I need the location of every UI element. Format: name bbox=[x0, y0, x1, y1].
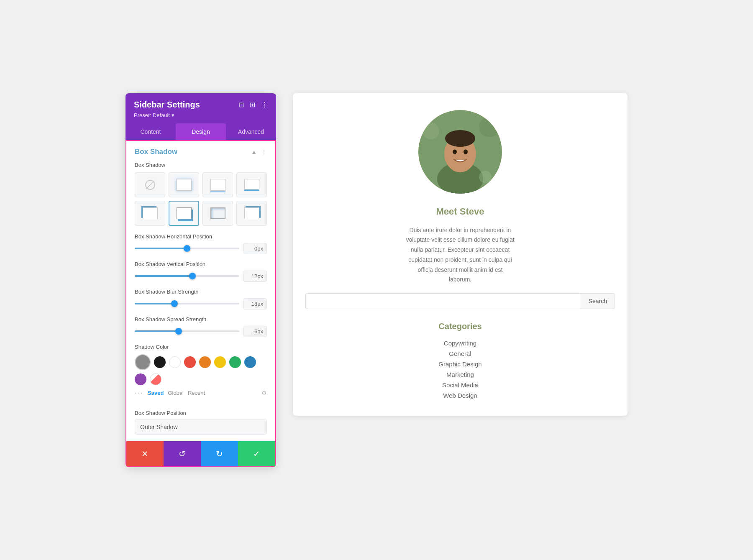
section-header-controls: ▲ ⋮ bbox=[251, 148, 267, 155]
vertical-position-track[interactable] bbox=[135, 275, 239, 277]
shadow-option-all[interactable] bbox=[169, 172, 199, 197]
color-settings-icon[interactable]: ⚙ bbox=[261, 389, 267, 396]
shadow-box-bottom bbox=[210, 179, 225, 191]
vertical-value[interactable]: 12px bbox=[243, 271, 267, 282]
tab-content[interactable]: Content bbox=[126, 123, 176, 140]
shadow-option-bottom[interactable] bbox=[202, 172, 233, 197]
tab-design[interactable]: Design bbox=[176, 123, 226, 140]
blur-thumb[interactable] bbox=[171, 300, 178, 307]
horizontal-position-row: 0px bbox=[135, 243, 267, 254]
shadow-color-label: Shadow Color bbox=[135, 344, 267, 350]
blur-value[interactable]: 18px bbox=[243, 298, 267, 309]
color-blue[interactable] bbox=[244, 356, 256, 368]
color-green[interactable] bbox=[229, 356, 241, 368]
category-graphic-design[interactable]: Graphic Design bbox=[438, 361, 482, 368]
grid-icon[interactable]: ⊞ bbox=[250, 101, 255, 109]
shadow-option-tl[interactable] bbox=[135, 201, 165, 226]
panel-content: Box Shadow ▲ ⋮ Box Shadow bbox=[126, 140, 276, 467]
shadow-option-bottom-line[interactable] bbox=[236, 172, 267, 197]
vertical-position-row: 12px bbox=[135, 271, 267, 282]
category-web-design[interactable]: Web Design bbox=[443, 392, 477, 399]
horizontal-value[interactable]: 0px bbox=[243, 243, 267, 254]
categories-title: Categories bbox=[438, 322, 482, 331]
spread-strength-track[interactable] bbox=[135, 330, 239, 332]
categories-list: Copywriting General Graphic Design Marke… bbox=[305, 340, 615, 399]
eyedropper-icon: ✎ bbox=[140, 358, 146, 366]
category-copywriting[interactable]: Copywriting bbox=[444, 340, 476, 347]
svg-point-5 bbox=[453, 149, 457, 154]
spread-strength-row: -6px bbox=[135, 326, 267, 337]
shadow-option-tr[interactable] bbox=[236, 201, 267, 226]
panel-preset[interactable]: Preset: Default ▾ bbox=[134, 112, 268, 118]
shadow-position-select[interactable]: Outer Shadow Inner Shadow bbox=[135, 419, 267, 435]
panel-toolbar: ✕ ↺ ↻ ✓ bbox=[126, 441, 275, 466]
svg-point-6 bbox=[464, 149, 468, 154]
shadow-color-section: Shadow Color ✎ bbox=[135, 344, 267, 397]
tab-advanced[interactable]: Advanced bbox=[226, 123, 276, 140]
shadow-option-inner[interactable] bbox=[202, 201, 233, 226]
search-button[interactable]: Search bbox=[581, 294, 615, 309]
spread-value[interactable]: -6px bbox=[243, 326, 267, 337]
color-eraser[interactable] bbox=[150, 373, 161, 385]
no-shadow-icon bbox=[145, 180, 155, 190]
color-yellow[interactable] bbox=[214, 356, 226, 368]
section-title: Box Shadow bbox=[135, 148, 177, 156]
color-black[interactable] bbox=[154, 356, 166, 368]
screen-icon[interactable]: ⊡ bbox=[238, 101, 244, 109]
horizontal-position-group: Box Shadow Horizontal Position 0px bbox=[135, 233, 267, 254]
category-social-media[interactable]: Social Media bbox=[442, 381, 478, 389]
category-general[interactable]: General bbox=[449, 350, 471, 357]
undo-button[interactable]: ↺ bbox=[164, 441, 201, 466]
shadow-box-bottom-line bbox=[244, 179, 259, 191]
category-marketing[interactable]: Marketing bbox=[446, 371, 474, 378]
blur-fill bbox=[135, 303, 174, 304]
vertical-thumb[interactable] bbox=[189, 273, 196, 279]
shadow-box-all bbox=[177, 179, 192, 191]
spread-strength-group: Box Shadow Spread Strength -6px bbox=[135, 316, 267, 337]
collapse-icon[interactable]: ▲ bbox=[251, 148, 257, 155]
vertical-fill bbox=[135, 275, 192, 277]
shadow-box-tr bbox=[244, 207, 259, 219]
panel-header-icons: ⊡ ⊞ ⋮ bbox=[238, 101, 268, 109]
color-orange[interactable] bbox=[199, 356, 211, 368]
horizontal-thumb[interactable] bbox=[184, 245, 190, 252]
box-shadow-label: Box Shadow bbox=[135, 162, 267, 168]
color-tabs-row: ··· Saved Global Recent ⚙ bbox=[135, 389, 267, 397]
more-icon[interactable]: ⋮ bbox=[261, 101, 268, 109]
spread-thumb[interactable] bbox=[175, 328, 182, 335]
blur-strength-label: Box Shadow Blur Strength bbox=[135, 289, 267, 295]
horizontal-position-track[interactable] bbox=[135, 248, 239, 249]
svg-point-8 bbox=[479, 116, 500, 137]
tab-global[interactable]: Global bbox=[168, 390, 184, 396]
section-more-icon[interactable]: ⋮ bbox=[261, 148, 267, 155]
shadow-box-selected bbox=[177, 207, 192, 219]
blur-strength-row: 18px bbox=[135, 298, 267, 309]
shadow-option-selected[interactable] bbox=[169, 201, 199, 226]
main-container: Sidebar Settings ⊡ ⊞ ⋮ Preset: Default ▾… bbox=[126, 93, 628, 467]
save-button[interactable]: ✓ bbox=[238, 441, 275, 466]
color-red[interactable] bbox=[184, 356, 196, 368]
horizontal-position-label: Box Shadow Horizontal Position bbox=[135, 233, 267, 240]
section-header: Box Shadow ▲ ⋮ bbox=[135, 148, 267, 156]
shadow-grid bbox=[135, 172, 267, 226]
shadow-option-none[interactable] bbox=[135, 172, 165, 197]
eyedropper-button[interactable]: ✎ bbox=[135, 354, 151, 370]
tab-recent[interactable]: Recent bbox=[188, 390, 205, 396]
shadow-position-label: Box Shadow Position bbox=[135, 410, 267, 416]
redo-button[interactable]: ↻ bbox=[201, 441, 238, 466]
panel-tabs: Content Design Advanced bbox=[126, 123, 276, 140]
search-input[interactable] bbox=[306, 294, 581, 309]
color-row: ✎ bbox=[135, 354, 267, 385]
panel-title-row: Sidebar Settings ⊡ ⊞ ⋮ bbox=[134, 100, 268, 110]
blur-strength-track[interactable] bbox=[135, 303, 239, 304]
color-purple[interactable] bbox=[135, 373, 146, 385]
right-panel: Meet Steve Duis aute irure dolor in repr… bbox=[293, 93, 628, 416]
dots-button[interactable]: ··· bbox=[135, 389, 143, 397]
tab-saved[interactable]: Saved bbox=[148, 390, 164, 396]
vertical-position-label: Box Shadow Vertical Position bbox=[135, 261, 267, 267]
horizontal-fill bbox=[135, 248, 187, 249]
color-white[interactable] bbox=[169, 356, 181, 368]
cancel-button[interactable]: ✕ bbox=[126, 441, 164, 466]
search-bar: Search bbox=[305, 293, 615, 309]
blur-strength-group: Box Shadow Blur Strength 18px bbox=[135, 289, 267, 309]
